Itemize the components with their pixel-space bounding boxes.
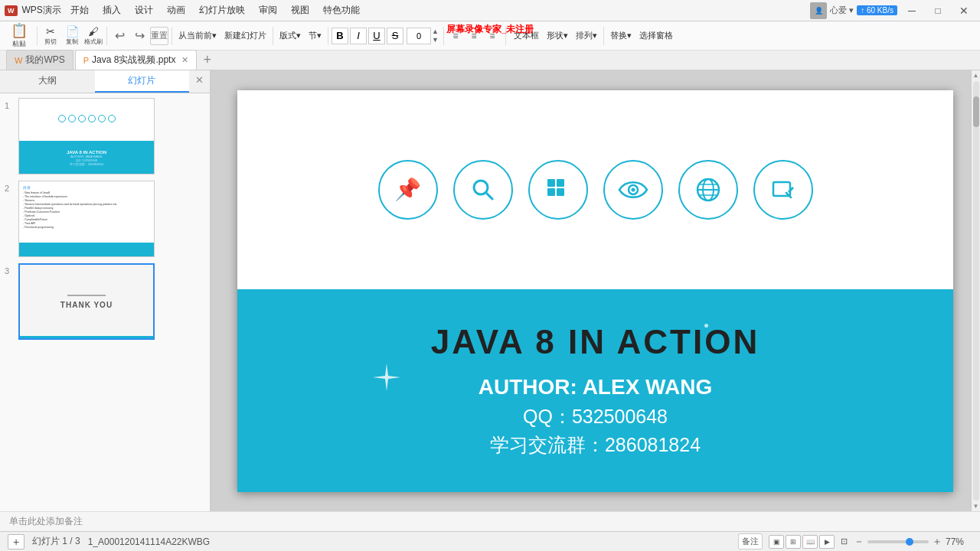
menu-animation[interactable]: 动画: [162, 2, 190, 18]
maximize-button[interactable]: □: [926, 3, 949, 18]
slide-info: 幻灯片 1 / 3: [32, 535, 80, 548]
slide-main-title: JAVA 8 IN ACTION: [431, 323, 760, 361]
section-button[interactable]: 节▾: [305, 28, 325, 43]
notes-placeholder[interactable]: 单击此处添加备注: [9, 515, 83, 528]
paste-button[interactable]: 📋 粘贴: [5, 21, 34, 51]
reset-button[interactable]: 重置: [150, 27, 168, 45]
slide-sorter-button[interactable]: ⊞: [786, 535, 801, 549]
scroll-down-button[interactable]: ▼: [973, 503, 979, 510]
menu-design[interactable]: 设计: [130, 2, 158, 18]
grid-icon-circle: [528, 160, 588, 220]
font-size-decrease[interactable]: ▼: [432, 36, 439, 44]
scroll-thumb[interactable]: [973, 96, 979, 127]
reading-view-button[interactable]: 📖: [802, 535, 818, 549]
undo-button[interactable]: ↩: [110, 27, 129, 45]
textbox-button[interactable]: 文本框: [511, 28, 542, 43]
tab-item-java[interactable]: P Java 8实战视频.pptx ✕: [75, 50, 198, 70]
slide-qq: QQ：532500648: [523, 404, 668, 429]
menu-start[interactable]: 开始: [66, 2, 93, 18]
replace-button[interactable]: 替换▾: [607, 28, 635, 43]
search-icon-circle: [453, 160, 513, 220]
align-left-button[interactable]: ≡: [447, 28, 464, 44]
panel-tab-outline[interactable]: 大纲: [0, 70, 95, 93]
format-painter-button[interactable]: 🖌 格式刷: [83, 25, 103, 46]
shape-button[interactable]: 形状▾: [544, 28, 571, 43]
comment-button[interactable]: 备注: [738, 533, 763, 549]
slide-thumb-2[interactable]: 目录 - New feature of Java8 - The introduc…: [18, 181, 155, 257]
align-right-button[interactable]: ≡: [484, 28, 501, 44]
new-slide-button[interactable]: 新建幻灯片: [221, 28, 270, 43]
copy-button[interactable]: 📄 复制: [62, 25, 82, 46]
normal-view-button[interactable]: ▣: [769, 535, 784, 549]
slide-thumb-1[interactable]: JAVA 8 IN ACTION AUTHOR: JAVA WANG QQ: 5…: [18, 98, 155, 174]
tab-mywps-label: 我的WPS: [25, 54, 64, 67]
svg-rect-4: [547, 188, 555, 196]
panel-tab-slides[interactable]: 幻灯片: [95, 70, 190, 93]
slide-num-3: 3: [5, 266, 15, 276]
slide-item-2[interactable]: 2 目录 - New feature of Java8 - The introd…: [5, 181, 205, 257]
arrange-button[interactable]: 排列▾: [573, 28, 600, 43]
slide-canvas: 📌: [237, 90, 953, 492]
select-all-button[interactable]: 选择窗格: [636, 28, 676, 43]
fit-slide-button[interactable]: ⊡: [841, 536, 848, 546]
user-info: 心爱 ▾: [830, 5, 854, 16]
font-size-increase[interactable]: ▲: [432, 28, 439, 36]
zoom-handle: [906, 538, 913, 546]
cut-button[interactable]: ✂ 剪切: [41, 25, 60, 46]
underline-button[interactable]: U: [368, 28, 385, 44]
tab-item-mywps[interactable]: W 我的WPS: [6, 50, 74, 70]
menu-review[interactable]: 审阅: [254, 2, 282, 18]
slide-item-3[interactable]: 3 THANK YOU: [5, 263, 205, 340]
bold-button[interactable]: B: [332, 28, 348, 44]
edit-icon-circle: [753, 160, 813, 220]
slide-thumb-3[interactable]: THANK YOU: [18, 263, 155, 340]
thumb3-lines: [67, 295, 106, 296]
menu-special[interactable]: 特色功能: [318, 2, 364, 18]
menu-view[interactable]: 视图: [286, 2, 314, 18]
app-title: WPS演示: [22, 4, 61, 17]
pin-icon-circle: 📌: [378, 160, 438, 220]
slide-num-2: 2: [5, 184, 15, 193]
svg-rect-2: [547, 179, 555, 187]
add-tab-button[interactable]: +: [197, 50, 217, 70]
minimize-button[interactable]: ─: [900, 3, 923, 18]
wps-logo: W: [5, 5, 18, 16]
font-size-input[interactable]: [407, 28, 431, 44]
zoom-in-button[interactable]: ＋: [932, 535, 942, 549]
user-avatar: 👤: [810, 2, 827, 19]
svg-line-1: [486, 193, 492, 199]
scroll-up-button[interactable]: ▲: [973, 72, 979, 79]
align-center-button[interactable]: ≡: [466, 28, 482, 44]
slide-author: AUTHOR: ALEX WANG: [479, 375, 712, 399]
zoom-slider[interactable]: [867, 540, 929, 543]
scroll-track[interactable]: [973, 81, 979, 500]
layout-button[interactable]: 版式▾: [276, 28, 304, 43]
sparkle-decoration: [371, 362, 402, 396]
slideshow-button[interactable]: ▶: [819, 535, 835, 549]
tab-close-icon[interactable]: ✕: [181, 55, 188, 65]
redo-button[interactable]: ↪: [130, 27, 149, 45]
add-slide-button[interactable]: +: [8, 534, 24, 549]
menu-insert[interactable]: 插入: [98, 2, 126, 18]
doc-id: 1_A000120141114A22KWBG: [88, 536, 210, 547]
slide-item-1[interactable]: 1 JAVA 8 IN ACTION: [5, 98, 205, 174]
eye-icon-circle: [603, 160, 663, 220]
tab-java-label: Java 8实战视频.pptx: [92, 54, 175, 67]
close-button[interactable]: ✕: [952, 3, 975, 18]
menu-slideshow[interactable]: 幻灯片放映: [194, 2, 250, 18]
italic-button[interactable]: I: [350, 28, 367, 44]
panel-close-button[interactable]: ✕: [189, 70, 210, 93]
zoom-out-button[interactable]: －: [854, 535, 864, 549]
thumb3-text: THANK YOU: [60, 301, 113, 309]
svg-rect-3: [557, 179, 564, 187]
speed-badge: ↑ 60 KB/s: [857, 5, 897, 15]
strikethrough-button[interactable]: S: [387, 28, 403, 44]
globe-icon-circle: [678, 160, 738, 220]
svg-point-7: [631, 187, 635, 191]
icon-row: 📌: [378, 160, 813, 220]
slide-group: 学习交流群：286081824: [490, 432, 701, 458]
start-from-current-button[interactable]: 从当前前▾: [175, 28, 220, 43]
dot-decoration: [704, 324, 708, 328]
svg-marker-14: [373, 364, 400, 391]
svg-rect-5: [557, 188, 564, 196]
